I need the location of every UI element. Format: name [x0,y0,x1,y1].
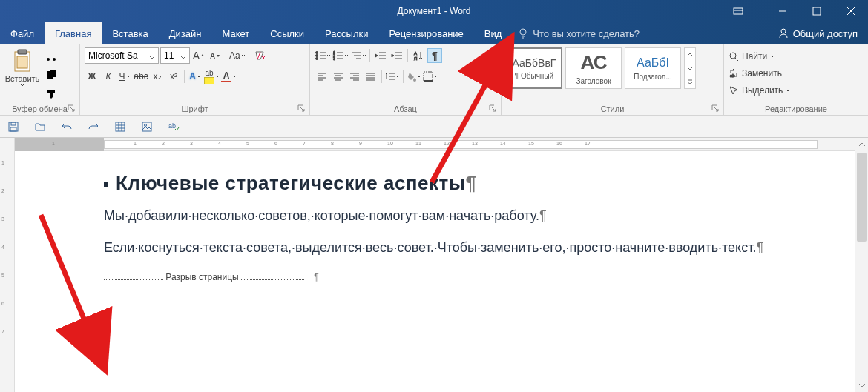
tab-view[interactable]: Вид [474,22,513,44]
shrink-font-button[interactable]: A [208,48,223,63]
sort-button[interactable]: AЯ [411,48,426,63]
tell-me-search[interactable]: Что вы хотите сделать? [518,22,640,44]
vertical-scrollbar[interactable] [855,138,868,392]
document-paragraph-1[interactable]: Мы·добавили·несколько·советов,·которые·п… [104,205,846,227]
vertical-ruler[interactable]: 1 2 3 4 5 6 7 [0,138,15,392]
superscript-button[interactable]: x² [166,69,181,84]
underline-button[interactable]: Ч [117,69,132,84]
qat-picture-button[interactable] [139,119,154,134]
style-subheading[interactable]: АаБбІ Подзагол... [625,47,681,89]
qat-redo-button[interactable] [86,119,101,134]
svg-rect-25 [10,127,16,131]
minimize-button[interactable] [766,0,800,22]
align-left-button[interactable] [315,69,329,84]
qat-table-button[interactable] [113,119,128,134]
style-normal[interactable]: АаБбВвГ ¶ Обычный [506,47,562,89]
qat-undo-button[interactable] [59,119,74,134]
bullets-button[interactable] [315,48,331,63]
italic-button[interactable]: К [101,69,116,84]
styles-group-label: Стили [506,103,719,113]
numbering-button[interactable]: 123 [332,48,349,63]
cut-button[interactable] [43,47,59,64]
bold-button[interactable]: Ж [85,69,99,84]
svg-rect-26 [116,122,125,131]
text-effects-button[interactable]: A [188,69,203,84]
ribbon-tabs: Файл Главная Вставка Дизайн Макет Ссылки… [0,22,868,44]
multilevel-list-button[interactable] [350,48,366,63]
paste-button[interactable]: Вставить [4,47,40,89]
scroll-down-button[interactable] [855,379,868,392]
shading-button[interactable] [407,69,421,84]
strikethrough-button[interactable]: abc [134,69,148,84]
subscript-button[interactable]: x₂ [150,69,165,84]
highlight-button[interactable]: ab [204,69,220,84]
select-button[interactable]: Выделить [729,83,790,98]
align-right-button[interactable] [347,69,362,84]
align-justify-button[interactable] [364,69,378,84]
decrease-indent-button[interactable] [373,48,388,63]
svg-text:ab: ab [730,73,735,78]
heading-bullet-icon [104,182,108,187]
tab-design[interactable]: Дизайн [159,22,212,44]
show-paragraph-marks-button[interactable]: ¶ [427,48,442,63]
styles-dialog-launcher[interactable] [711,104,719,112]
borders-button[interactable] [423,69,438,84]
tab-insert[interactable]: Вставка [102,22,158,44]
close-button[interactable] [834,0,868,22]
qat-open-button[interactable] [33,119,47,134]
svg-point-28 [145,124,147,126]
tab-review[interactable]: Рецензирование [378,22,473,44]
format-painter-button[interactable] [43,86,59,102]
style-heading-sample: АС [581,51,607,74]
tell-me-placeholder: Что вы хотите сделать? [533,28,640,39]
horizontal-ruler[interactable]: 1 1 2 3 4 5 6 7 8 9 10 11 12 13 14 15 16… [15,138,868,151]
paragraph-dialog-launcher[interactable] [489,104,496,112]
styles-gallery-more[interactable] [684,47,696,89]
svg-point-2 [520,29,526,35]
scroll-thumb[interactable] [857,153,867,242]
increase-indent-button[interactable] [389,48,404,63]
share-button[interactable]: Общий доступ [768,22,868,44]
tab-layout[interactable]: Макет [211,22,260,44]
document-heading[interactable]: Ключевые стратегические аспекты¶ [104,172,853,195]
ribbon: Вставить Буфер обмена Microsoft Sa [0,44,868,116]
tab-references[interactable]: Ссылки [260,22,315,44]
style-normal-sample: АаБбВвГ [513,57,556,69]
font-size-combo[interactable]: 11 [160,47,190,64]
style-heading[interactable]: АС Заголовок [565,47,622,89]
font-name-combo[interactable]: Microsoft Sa [85,47,159,64]
copy-button[interactable] [43,67,59,83]
replace-button[interactable]: ab Заменить [729,66,782,81]
svg-rect-5 [18,50,27,54]
page-body[interactable]: Ключевые стратегические аспекты¶ Мы·доба… [15,151,868,282]
svg-point-7 [47,58,50,61]
clipboard-dialog-launcher[interactable] [68,104,75,112]
svg-rect-20 [424,72,433,81]
maximize-button[interactable] [800,0,834,22]
change-case-button[interactable]: Aa [229,48,246,63]
page-break-marker[interactable]: Разрыв страницы ¶ [104,272,326,282]
document-title: Документ1 - Word [397,6,470,16]
style-heading-label: Заголовок [576,77,611,85]
font-dialog-launcher[interactable] [297,104,305,112]
style-subheading-label: Подзагол... [634,73,671,81]
find-button[interactable]: Найти [729,49,775,64]
qat-save-button[interactable] [6,119,21,134]
group-paragraph: 123 AЯ ¶ Абзац [310,44,502,115]
tab-file[interactable]: Файл [0,22,45,44]
align-center-button[interactable] [331,69,346,84]
svg-text:ab: ab [168,122,176,130]
clear-formatting-button[interactable] [252,48,267,63]
font-color-button[interactable]: A [221,69,237,84]
document-paragraph-2[interactable]: Если·коснуться·текста·совета,·выделится·… [104,237,846,259]
document-page[interactable]: 1 1 2 3 4 5 6 7 8 9 10 11 12 13 14 15 16… [15,138,868,392]
scroll-up-button[interactable] [855,138,868,151]
tab-mailings[interactable]: Рассылки [315,22,378,44]
qat-spelling-button[interactable]: ab [166,119,181,134]
tab-home[interactable]: Главная [45,22,102,44]
grow-font-button[interactable]: A [191,48,206,63]
font-name-value: Microsoft Sa [88,50,138,61]
line-spacing-button[interactable] [385,69,400,84]
svg-rect-27 [142,122,151,131]
ribbon-display-options-button[interactable] [727,0,749,22]
